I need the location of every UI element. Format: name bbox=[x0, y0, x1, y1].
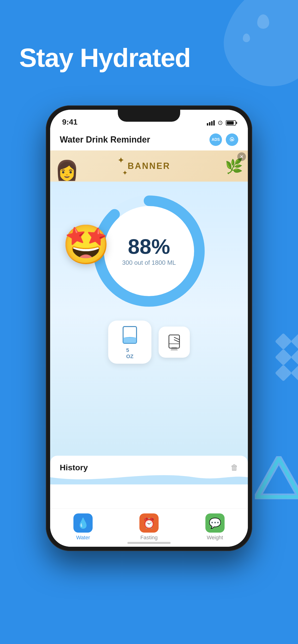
progress-detail: 300 out of 1800 ML bbox=[122, 259, 176, 266]
home-indicator bbox=[127, 542, 171, 544]
phone-mockup: 9:41 ⊙ Water Drink Reminder bbox=[46, 106, 252, 551]
tab-fasting[interactable]: ⏰ Fasting bbox=[116, 514, 182, 541]
water-buttons: 5OZ bbox=[108, 320, 190, 364]
mascot-emoji: 🤩 bbox=[62, 222, 110, 268]
banner-ad[interactable]: 👩 BANNER ✦ ✦ 🌿 ✕ bbox=[50, 150, 248, 182]
water-tab-icon: 💧 bbox=[73, 514, 93, 532]
banner-plus-icon: ✦ bbox=[117, 155, 124, 165]
svg-line-22 bbox=[174, 337, 180, 340]
custom-glass-icon bbox=[167, 334, 181, 350]
ads-button[interactable]: ADS bbox=[209, 134, 222, 146]
bg-drop-large bbox=[215, 0, 298, 96]
battery-icon bbox=[226, 120, 236, 126]
fasting-tab-icon: ⏰ bbox=[139, 514, 159, 532]
history-section: History 🗑 bbox=[50, 456, 248, 508]
progress-center: 88% 300 out of 1800 ML bbox=[122, 236, 176, 266]
phone-outer: 9:41 ⊙ Water Drink Reminder bbox=[46, 106, 252, 551]
progress-percent: 88% bbox=[122, 236, 176, 257]
bg-drop-small2 bbox=[243, 34, 250, 42]
status-time: 9:41 bbox=[62, 118, 77, 126]
triangle-logo bbox=[255, 456, 298, 500]
add-water-button[interactable]: 5OZ bbox=[108, 320, 152, 364]
wave-decoration bbox=[50, 470, 248, 484]
diamond-decoration bbox=[277, 336, 298, 379]
banner-girl-icon: 👩 bbox=[55, 159, 79, 182]
banner-plus-icon2: ✦ bbox=[122, 169, 128, 177]
fasting-tab-label: Fasting bbox=[140, 534, 158, 541]
svg-line-23 bbox=[174, 340, 180, 342]
phone-notch bbox=[118, 110, 180, 122]
banner-text: BANNER bbox=[128, 161, 170, 171]
tab-water[interactable]: 💧 Water bbox=[50, 514, 116, 541]
main-content: 🤩 bbox=[50, 182, 248, 508]
custom-amount-button[interactable] bbox=[159, 326, 190, 358]
banner-close-button[interactable]: ✕ bbox=[237, 152, 246, 161]
weight-tab-label: Weight bbox=[207, 534, 223, 541]
weight-tab-icon: 💬 bbox=[205, 514, 225, 532]
phone-screen: 9:41 ⊙ Water Drink Reminder bbox=[50, 110, 248, 547]
water-tab-label: Water bbox=[76, 534, 90, 541]
wifi-icon: ⊙ bbox=[218, 119, 223, 126]
svg-marker-0 bbox=[257, 458, 298, 497]
settings-button[interactable] bbox=[226, 134, 238, 146]
hero-title: Stay Hydrated bbox=[19, 43, 191, 72]
water-glass-icon bbox=[120, 325, 139, 346]
water-amount-label: 5OZ bbox=[126, 347, 134, 360]
header-buttons: ADS bbox=[209, 134, 238, 146]
svg-rect-19 bbox=[123, 338, 136, 343]
app-title: Water Drink Reminder bbox=[60, 135, 150, 145]
tab-bar: 💧 Water ⏰ Fasting 💬 Weight bbox=[50, 508, 248, 547]
app-header: Water Drink Reminder ADS bbox=[50, 129, 248, 150]
svg-point-2 bbox=[231, 139, 233, 141]
tab-weight[interactable]: 💬 Weight bbox=[182, 514, 248, 541]
status-icons: ⊙ bbox=[207, 119, 236, 126]
signal-bars-icon bbox=[207, 120, 215, 126]
